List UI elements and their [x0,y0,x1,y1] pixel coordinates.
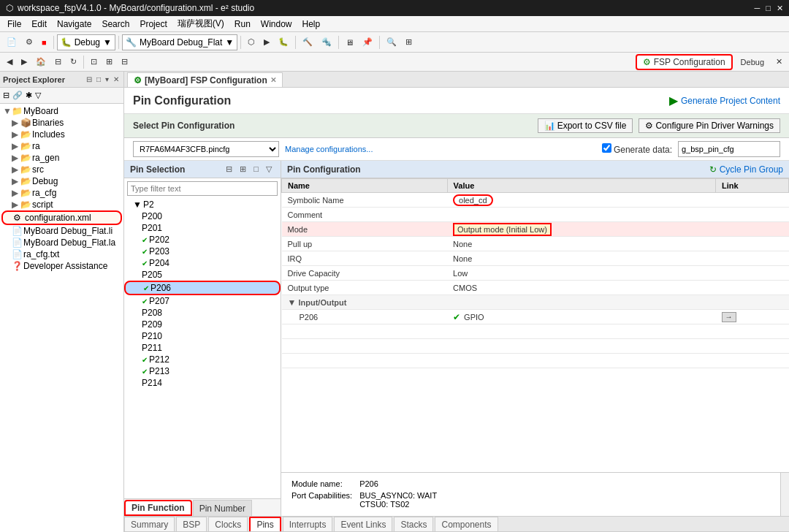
generate-data-checkbox[interactable] [602,143,611,153]
tree-toggle-script[interactable]: ▶ [12,200,20,210]
tree-item-developer-assistance[interactable]: ❓ Developer Assistance [1,260,122,272]
run-btn[interactable]: ▶ [260,34,273,50]
prop-value-irq[interactable]: None [447,251,715,266]
refresh-btn[interactable]: ↻ [66,54,80,70]
home-btn[interactable]: 🏠 [32,54,50,70]
tree-toggle-myboard[interactable]: ▼ [3,106,12,116]
prop-link-p206[interactable]: → [716,310,789,324]
tree-item-ra_cfg[interactable]: ▶ 📂 ra_cfg [1,187,122,199]
tree-toggle-ra_cfg[interactable]: ▶ [12,188,20,198]
prop-value-symbolic-name[interactable]: oled_cd [447,193,715,208]
pin-filter-input[interactable] [127,181,278,196]
new-btn[interactable]: 📄 [3,34,20,50]
prop-value-mode[interactable]: Output mode (Initial Low) [447,222,715,237]
tree-item-src[interactable]: ▶ 📂 src [1,164,122,175]
tab-bsp[interactable]: BSP [176,517,207,531]
tree-item-ra[interactable]: ▶ 📂 ra [1,140,122,152]
p206-arrow-btn[interactable]: → [722,312,736,322]
configure-pin-driver-btn[interactable]: ⚙ Configure Pin Driver Warnings [639,118,780,133]
pin-item-p200[interactable]: P200 [124,210,281,222]
menu-search[interactable]: Search [97,18,134,31]
window-controls[interactable]: ─ □ ✕ [755,4,783,13]
new-icon[interactable]: ✱ [26,91,32,100]
tab-summary[interactable]: Summary [124,517,175,531]
cycle-pin-group-btn[interactable]: ↻ Cycle Pin Group [709,164,783,175]
generate-project-btn[interactable]: ▶ Generate Project Content [669,94,780,107]
nav3-btn[interactable]: ⊟ [118,54,132,70]
pin-item-p202[interactable]: ✔ P202 [124,234,281,246]
pin-item-p208[interactable]: P208 [124,307,281,319]
pin-item-p201[interactable]: P201 [124,222,281,234]
tab-clocks[interactable]: Clocks [208,517,248,531]
tab-interrupts[interactable]: Interrupts [283,517,333,531]
tree-toggle-ra[interactable]: ▶ [12,141,20,151]
fsp-config-tab[interactable]: ⚙ [MyBoard] FSP Configuration ✕ [127,72,283,87]
menu-help[interactable]: Help [298,18,325,31]
tree-item-configuration-xml[interactable]: ⚙ configuration.xml [1,210,122,225]
pin-item-p209[interactable]: P209 [124,319,281,330]
prop-value-pullup[interactable]: None [447,237,715,251]
perspective-btn[interactable]: ⊞ [402,34,416,50]
close-perspective-btn[interactable]: ✕ [772,54,786,70]
board-config-dropdown[interactable]: 🔧 MyBoard Debug_Flat ▼ [122,34,237,50]
minimize-btn[interactable]: ─ [755,4,761,13]
debug-btn[interactable]: 🐛 [275,34,292,50]
tree-item-debug-flat-la[interactable]: 📄 MyBoard Debug_Flat.la [1,237,122,248]
pin-view-btn[interactable]: □ [251,163,262,175]
tab-stacks[interactable]: Stacks [394,517,433,531]
settings-btn[interactable]: ⚙ [22,34,37,50]
tab-pins[interactable]: Pins [249,517,281,531]
export-csv-btn[interactable]: 📊 Export to CSV file [538,118,633,133]
menu-file[interactable]: File [3,18,26,31]
pin-item-p213[interactable]: ✔ P213 [124,365,281,377]
sidebar-view-menu-btn[interactable]: ▾ [104,75,110,84]
fsp-config-btn[interactable]: ⚙ FSP Configuration [636,54,733,70]
tree-item-binaries[interactable]: ▶ 📦 Binaries [1,117,122,129]
nav2-btn[interactable]: ⊞ [102,54,116,70]
tree-item-ra_gen[interactable]: ▶ 📂 ra_gen [1,152,122,164]
prop-value-drive-capacity[interactable]: Low [447,266,715,281]
pin-item-p207[interactable]: ✔ P207 [124,295,281,307]
search-btn[interactable]: 🔍 [383,34,400,50]
pin-config-file-dropdown[interactable]: R7FA6M4AF3CFB.pincfg [133,141,279,157]
tree-toggle-ra_gen[interactable]: ▶ [12,153,20,163]
forward-btn[interactable]: ▶ [18,54,31,70]
debug-perspective-btn[interactable]: Debug [737,54,768,70]
menu-edit[interactable]: Edit [27,18,51,31]
pin-item-p211[interactable]: P211 [124,342,281,354]
sidebar-collapse-btn[interactable]: ✕ [112,75,121,84]
close-btn[interactable]: ✕ [777,4,783,13]
prop-value-comment[interactable] [447,208,715,222]
build-btn[interactable]: ⬡ [244,34,259,50]
menu-run[interactable]: Run [230,18,255,31]
pin-expand-btn[interactable]: ⊞ [237,163,249,175]
tree-item-debug-flat-li[interactable]: 📄 MyBoard Debug_Flat.li [1,225,122,237]
sidebar-maximize-btn[interactable]: □ [95,75,102,84]
stop-btn[interactable]: ■ [38,34,50,50]
menu-window[interactable]: Window [256,18,297,31]
generate-data-input[interactable] [678,141,780,157]
section-toggle-icon[interactable]: ▼ [288,297,297,308]
prop-value-p206[interactable]: ✔ GPIO [447,310,715,324]
manage-configs-link[interactable]: Manage configurations... [285,145,373,153]
pin-item-p203[interactable]: ✔ P203 [124,246,281,257]
tree-item-includes[interactable]: ▶ 📂 Includes [1,129,122,140]
layout-btn[interactable]: ⊟ [51,54,65,70]
tree-toggle-src[interactable]: ▶ [12,164,20,175]
tree-toggle-binaries[interactable]: ▶ [12,118,20,128]
menu-renesas[interactable]: 瑞萨视图(V) [173,16,229,31]
pin-btn[interactable]: 📌 [359,34,376,50]
pin-collapse-btn[interactable]: ⊟ [223,163,235,175]
tree-item-script[interactable]: ▶ 📂 script [1,199,122,210]
prop-value-output-type[interactable]: CMOS [447,281,715,295]
pin-number-tab[interactable]: Pin Number [193,500,252,516]
sidebar-minimize-btn[interactable]: ⊟ [85,75,94,84]
tree-item-ra-cfg-txt[interactable]: 📄 ra_cfg.txt [1,248,122,260]
tree-root-myboard[interactable]: ▼ 📁 MyBoard [1,105,122,117]
pin-function-tab[interactable]: Pin Function [124,500,192,516]
pin-item-p206[interactable]: ✔ P206 [124,281,281,295]
debug-config-dropdown[interactable]: 🐛 Debug ▼ [57,34,115,50]
tools-btn[interactable]: 🔨 [299,34,316,50]
chip-btn[interactable]: 🖥 [342,34,357,50]
link-editor-icon[interactable]: 🔗 [12,91,23,100]
